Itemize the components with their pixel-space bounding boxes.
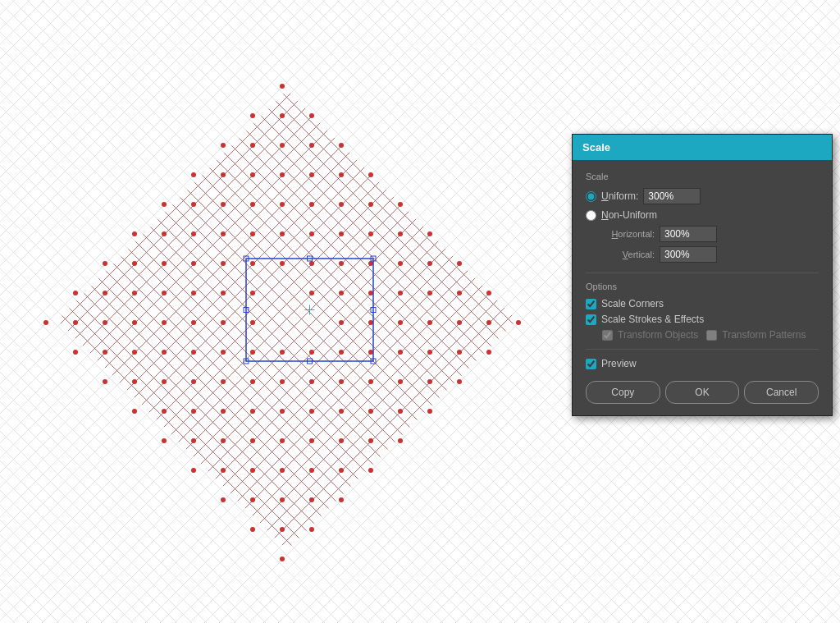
vertical-label: Vertical: — [602, 250, 655, 259]
vertical-input[interactable] — [660, 246, 717, 263]
transform-objects-label: Transform Objects — [618, 329, 698, 341]
copy-button[interactable]: Copy — [586, 381, 660, 404]
uniform-radio[interactable] — [586, 191, 596, 202]
divider-1 — [586, 273, 819, 273]
scale-section-label: Scale — [586, 172, 819, 181]
uniform-label[interactable]: Uniform: — [601, 190, 638, 202]
scale-dialog: Scale Scale Uniform: Non-Uniform Horizon… — [572, 134, 833, 416]
transform-patterns-label: Transform Patterns — [722, 329, 806, 341]
non-uniform-label[interactable]: Non-Uniform — [601, 209, 657, 221]
scale-strokes-label[interactable]: Scale Strokes & Effects — [601, 314, 704, 325]
cancel-button[interactable]: Cancel — [744, 381, 819, 404]
non-uniform-radio[interactable] — [586, 210, 596, 221]
uniform-input[interactable] — [643, 188, 701, 204]
horizontal-label: Horizontal: — [602, 229, 655, 239]
scale-corners-label[interactable]: Scale Corners — [601, 298, 664, 309]
divider-2 — [586, 349, 819, 350]
dialog-title: Scale — [582, 141, 610, 153]
preview-checkbox[interactable] — [586, 359, 596, 369]
preview-label[interactable]: Preview — [601, 358, 637, 369]
ok-button[interactable]: OK — [665, 381, 740, 404]
dialog-titlebar: Scale — [573, 135, 832, 160]
transform-objects-checkbox — [602, 330, 613, 341]
scale-strokes-checkbox[interactable] — [586, 314, 596, 325]
options-section-label: Options — [586, 282, 819, 291]
scale-corners-checkbox[interactable] — [586, 299, 596, 309]
horizontal-input[interactable] — [660, 226, 717, 242]
buttons-row: Copy OK Cancel — [586, 381, 819, 404]
transform-patterns-checkbox — [706, 330, 717, 341]
